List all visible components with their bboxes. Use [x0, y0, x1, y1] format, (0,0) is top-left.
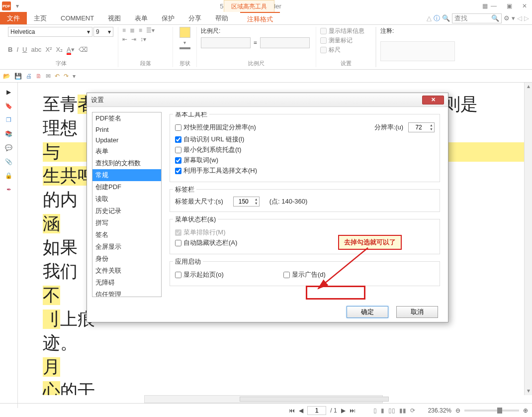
- settings-list-item[interactable]: 拼写: [92, 217, 161, 229]
- qat-more-icon[interactable]: ▾: [73, 73, 76, 80]
- line-spacing-icon[interactable]: ↕▾: [140, 36, 146, 43]
- zoom-slider[interactable]: [464, 410, 519, 412]
- ratio-input-2[interactable]: [260, 37, 310, 48]
- maximize-icon[interactable]: ▣: [504, 1, 515, 10]
- tab-annot-format[interactable]: 注释格式: [240, 12, 280, 24]
- settings-list-item[interactable]: 查找到的文档数: [92, 157, 161, 169]
- collapse-ribbon-icon[interactable]: △: [427, 14, 432, 22]
- layout-facing-icon[interactable]: ▯▯: [388, 407, 395, 414]
- vertical-scrollbar[interactable]: ▴ ▾: [524, 83, 532, 395]
- chk-measure-mark[interactable]: 测量标记: [320, 36, 371, 45]
- indent-left-icon[interactable]: ⇤: [122, 36, 127, 43]
- zoom-out-icon[interactable]: ⊖: [455, 407, 460, 414]
- open-icon[interactable]: 📂: [3, 73, 10, 80]
- layout-cont-facing-icon[interactable]: ▮▮: [399, 407, 406, 414]
- chk-screen-word[interactable]: 屏幕取词(w): [175, 156, 435, 165]
- redo-icon[interactable]: ↷: [64, 73, 69, 80]
- annot-textbox[interactable]: [380, 41, 455, 61]
- indent-right-icon[interactable]: ⇥: [131, 36, 136, 43]
- next-page-icon[interactable]: ▶: [341, 407, 346, 414]
- minimize-icon[interactable]: —: [488, 1, 500, 10]
- tab-share[interactable]: 分享: [181, 12, 208, 24]
- settings-list-item[interactable]: PDF签名: [92, 112, 161, 124]
- close-icon[interactable]: ✕: [519, 1, 530, 10]
- strike-button[interactable]: abc: [31, 46, 41, 53]
- settings-list-item[interactable]: 全屏显示: [92, 241, 161, 253]
- settings-list-item[interactable]: Print: [92, 124, 161, 135]
- settings-list-item[interactable]: 常规: [92, 169, 161, 181]
- help-icon[interactable]: ⓘ: [434, 14, 440, 23]
- comments-icon[interactable]: 💬: [5, 144, 12, 151]
- chk-auto-url[interactable]: 自动识别 URL 链接(l): [175, 135, 435, 144]
- align-right-icon[interactable]: ≡: [139, 27, 142, 34]
- tab-view[interactable]: 视图: [101, 12, 128, 24]
- italic-button[interactable]: I: [16, 46, 18, 53]
- settings-list-item[interactable]: 创建PDF: [92, 181, 161, 193]
- bookmark-icon[interactable]: 🔖: [5, 103, 12, 109]
- border-style-icon[interactable]: [179, 47, 190, 49]
- rotate-icon[interactable]: ⟳: [410, 407, 415, 414]
- chk-hand-select[interactable]: 利用手形工具选择文本(H): [175, 166, 435, 175]
- align-left-icon[interactable]: ≡: [122, 27, 126, 34]
- grid-icon[interactable]: ▦: [482, 2, 488, 9]
- prev-page-icon[interactable]: ◀: [299, 407, 303, 414]
- settings-list-item[interactable]: Updater: [92, 135, 161, 145]
- last-page-icon[interactable]: ⏭: [350, 407, 355, 414]
- settings-list-item[interactable]: 无障碍: [92, 277, 161, 289]
- search-input[interactable]: 查找 🔍: [452, 13, 502, 23]
- superscript-button[interactable]: X²: [45, 46, 52, 53]
- tab-home[interactable]: 主页: [27, 12, 54, 24]
- bold-button[interactable]: B: [8, 46, 12, 53]
- tab-file[interactable]: 文件: [0, 12, 27, 24]
- bullets-icon[interactable]: ☰▾: [146, 27, 155, 34]
- cancel-button[interactable]: 取消: [396, 306, 438, 318]
- tab-form[interactable]: 表单: [128, 12, 155, 24]
- gear-icon[interactable]: ⚙ ▾: [504, 14, 515, 22]
- font-color-button[interactable]: A▾: [67, 46, 75, 53]
- pages-icon[interactable]: ❐: [6, 116, 11, 123]
- settings-list-item[interactable]: 读取: [92, 193, 161, 205]
- attachments-icon[interactable]: 📎: [5, 158, 12, 165]
- settings-list-item[interactable]: 信任管理: [92, 289, 161, 297]
- zoom-in-icon[interactable]: ⊕: [523, 407, 528, 414]
- tab-size-spinner[interactable]: ▲▼: [233, 197, 260, 207]
- underline-button[interactable]: U: [22, 46, 27, 53]
- ok-button[interactable]: 确定: [347, 306, 388, 318]
- search-go-icon[interactable]: 🔍: [491, 14, 499, 22]
- dialog-close-button[interactable]: ✕: [422, 96, 444, 104]
- save-icon[interactable]: 💾: [14, 73, 22, 80]
- hscroll-thumb[interactable]: [240, 397, 389, 402]
- settings-list-item[interactable]: 表单: [92, 145, 161, 157]
- print-icon[interactable]: 🖨: [26, 73, 32, 80]
- undo-icon[interactable]: ↶: [55, 73, 60, 80]
- tab-help[interactable]: 帮助: [208, 12, 235, 24]
- clear-format-button[interactable]: ⌫: [79, 46, 88, 53]
- highlight-shape-icon[interactable]: [179, 27, 190, 38]
- expand-panel-icon[interactable]: ▶: [6, 89, 11, 96]
- subscript-button[interactable]: X₂: [56, 46, 63, 53]
- settings-list-item[interactable]: 身份: [92, 253, 161, 265]
- nav-next-icon[interactable]: ▷: [524, 14, 529, 22]
- ratio-input-1[interactable]: [201, 37, 251, 48]
- first-page-icon[interactable]: ⏮: [289, 407, 295, 414]
- layers-icon[interactable]: 📚: [5, 130, 12, 137]
- settings-list-item[interactable]: 签名: [92, 229, 161, 241]
- settings-list-item[interactable]: 文件关联: [92, 265, 161, 277]
- resolution-spinner[interactable]: ▲▼: [408, 122, 435, 132]
- chk-ruler[interactable]: 标尺: [320, 46, 371, 54]
- chk-show-ad[interactable]: 显示广告(d): [283, 270, 326, 279]
- chk-show-result[interactable]: 显示结果信息: [320, 27, 371, 35]
- settings-category-list[interactable]: PDF签名PrintUpdater表单查找到的文档数常规创建PDF读取历史记录拼…: [92, 112, 162, 297]
- signatures-icon[interactable]: ✒: [6, 186, 11, 193]
- chk-show-start[interactable]: 显示起始页(o): [175, 270, 224, 279]
- font-size-select[interactable]: 9▾: [93, 27, 113, 37]
- layout-single-icon[interactable]: ▯: [373, 407, 377, 414]
- horizontal-scrollbar[interactable]: [144, 395, 383, 403]
- dialog-titlebar[interactable]: 设置 ✕: [87, 93, 448, 107]
- nav-prev-icon[interactable]: ◁: [517, 14, 522, 22]
- chk-min-tray[interactable]: 最小化到系统托盘(t): [175, 145, 435, 154]
- font-family-select[interactable]: Helvetica▾: [8, 27, 92, 37]
- align-center-icon[interactable]: ≣: [130, 27, 135, 34]
- chk-fixed-res[interactable]: 对快照使用固定分辨率(n): [175, 123, 256, 132]
- mail-icon[interactable]: ✉: [46, 73, 51, 80]
